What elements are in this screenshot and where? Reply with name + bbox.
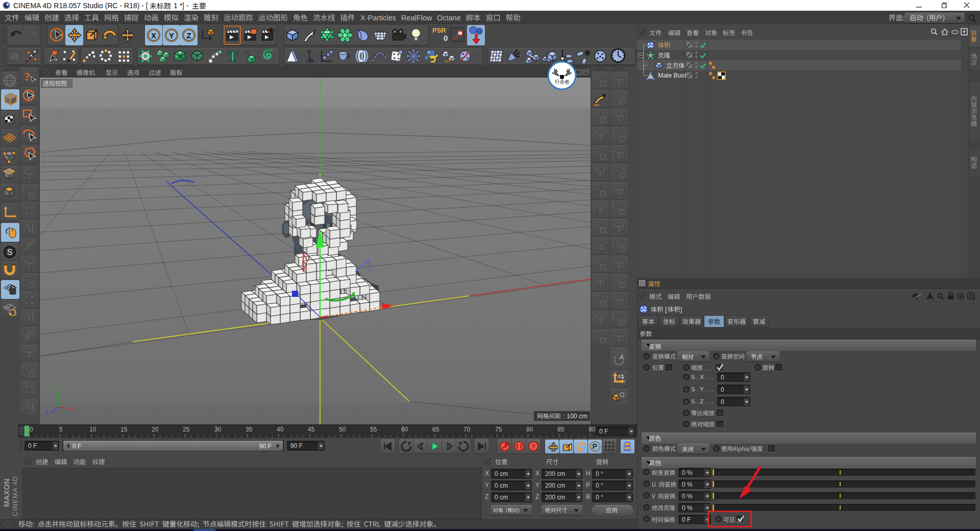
svg-text:Z: Z [45,410,48,416]
svg-text:P: P [592,442,597,450]
svg-text:Y: Y [168,31,174,40]
svg-text:X: X [70,406,75,412]
svg-text:0: 0 [444,34,448,42]
svg-text:Z: Z [186,31,191,40]
svg-text:S: S [7,248,13,257]
svg-text:fx: fx [309,56,314,63]
svg-text:PSR: PSR [432,27,446,34]
svg-text:?: ? [24,70,30,83]
svg-text:T: T [228,48,238,63]
svg-text:Y: Y [57,385,61,391]
svg-text:=1: =1 [618,373,624,380]
svg-text:?: ? [531,443,535,450]
svg-text:X: X [151,31,156,40]
